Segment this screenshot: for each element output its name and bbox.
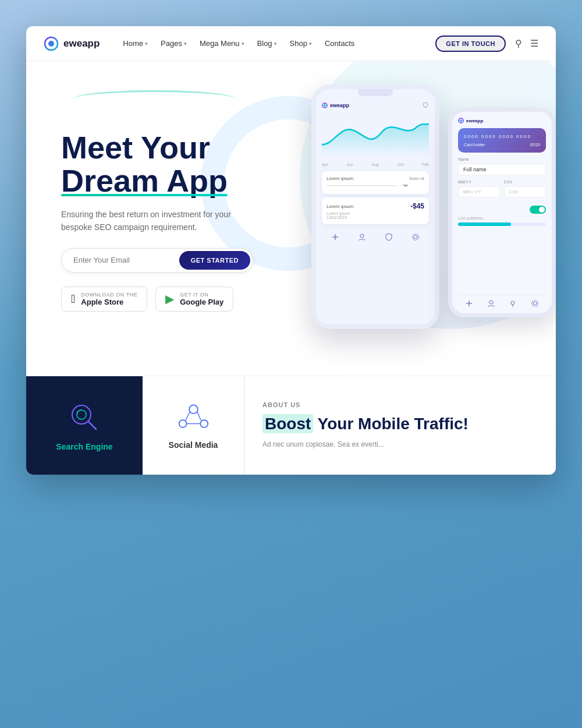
notification-icon <box>422 102 429 109</box>
svg-line-29 <box>197 412 200 420</box>
get-in-touch-button[interactable]: GET IN TOUCH <box>435 36 506 52</box>
chevron-down-icon: ▾ <box>274 41 277 47</box>
name-field-label: Name <box>458 157 546 161</box>
plus-icon <box>331 233 339 241</box>
svg-point-4 <box>423 103 428 107</box>
brand-name: eweapp <box>63 38 100 50</box>
nav-pages[interactable]: Pages ▾ <box>161 39 187 48</box>
hero-title: Meet Your Dream App <box>61 131 253 197</box>
phone-screen: eweapp <box>316 96 435 324</box>
email-form: GET STARTED <box>61 248 253 273</box>
phone-mockups: eweapp <box>288 73 556 364</box>
nav-links: Home ▾ Pages ▾ Mega Menu ▾ Blog ▾ Shop ▾… <box>123 39 435 48</box>
settings-icon-2 <box>531 299 539 308</box>
plus-icon-2 <box>465 299 473 308</box>
logo-icon <box>44 36 59 51</box>
svg-point-25 <box>189 405 198 414</box>
search-icon[interactable]: ⚲ <box>515 38 522 49</box>
nav-contacts[interactable]: Contacts <box>325 39 354 48</box>
social-media-card: Social Media <box>143 376 244 475</box>
logo[interactable]: eweapp <box>44 36 100 51</box>
phone-main: eweapp <box>311 84 439 329</box>
svg-point-1 <box>48 41 54 47</box>
svg-rect-6 <box>327 185 396 186</box>
about-us-tag: ABOUT US <box>262 401 538 408</box>
hero-content: Meet Your Dream App Ensuring the best re… <box>61 131 253 311</box>
nav-mega-menu[interactable]: Mega Menu ▾ <box>200 39 244 48</box>
user-icon <box>358 233 366 241</box>
svg-point-10 <box>360 234 364 238</box>
play-icon: ▶ <box>165 292 174 306</box>
cvv-field-label: CVV <box>504 180 546 184</box>
phone-bottom-nav <box>322 228 429 243</box>
dropdown-icon <box>327 183 408 188</box>
phone-card-2: Lorem ipsum -$45 Lorem ipsum 13/02/2019 <box>322 197 429 224</box>
svg-point-12 <box>413 234 419 241</box>
svg-point-14 <box>460 119 462 122</box>
svg-line-28 <box>185 412 189 420</box>
social-media-illustration <box>178 401 210 433</box>
about-title: Boost Your Mobile Traffic! <box>262 414 538 434</box>
teal-swoosh-decoration <box>73 90 236 108</box>
email-input[interactable] <box>73 256 179 264</box>
nav-blog[interactable]: Blog ▾ <box>257 39 277 48</box>
nav-icons: ⚲ ☰ <box>515 38 538 49</box>
about-description: Ad nec unum copiosae. Sea ex everti... <box>262 439 538 450</box>
search-engine-card: Search Engine <box>26 376 143 475</box>
svg-point-27 <box>200 420 208 427</box>
progress-bar <box>458 222 546 226</box>
get-started-button[interactable]: GET STARTED <box>179 251 250 270</box>
nav-home[interactable]: Home ▾ <box>123 39 148 48</box>
phone-secondary: eweapp 0000 0000 0000 0000 Card holder 0… <box>448 108 556 317</box>
phone-card-1: Lorem ipsum Dolor sit <box>322 171 429 194</box>
google-play-button[interactable]: ▶ GET IT ON Google Play <box>155 287 233 312</box>
boost-highlight: Boost <box>262 414 313 434</box>
phone-logo: eweapp <box>322 103 349 108</box>
store-buttons:  DOWNLOAD ON THE Apple Store ▶ GET IT O… <box>61 287 253 312</box>
search-engine-illustration <box>67 400 102 435</box>
svg-point-18 <box>511 301 514 305</box>
phone2-logo: eweapp <box>458 118 546 123</box>
svg-point-11 <box>414 235 417 239</box>
location-icon <box>509 299 517 308</box>
expiry-field-label: MM/YY <box>458 180 501 184</box>
chevron-down-icon: ▾ <box>145 41 148 47</box>
svg-point-21 <box>532 301 538 307</box>
hero-section: Meet Your Dream App Ensuring the best re… <box>26 61 556 376</box>
shield-icon <box>385 233 393 241</box>
google-play-text: GET IT ON Google Play <box>180 292 223 306</box>
svg-point-3 <box>324 104 326 107</box>
svg-point-17 <box>489 301 493 304</box>
chevron-down-icon: ▾ <box>309 41 312 47</box>
phone2-bottom-nav <box>458 295 546 308</box>
phone-chart <box>322 112 429 159</box>
search-engine-label: Search Engine <box>56 442 112 451</box>
credit-card: 0000 0000 0000 0000 Card holder 05/20 <box>458 128 546 153</box>
chevron-down-icon: ▾ <box>184 41 187 47</box>
settings-icon <box>411 233 420 241</box>
hero-subtitle: Ensuring the best return on investment f… <box>61 208 253 234</box>
phone-date-labels: Apr Jun Aug Oct Feb <box>322 162 429 167</box>
svg-point-26 <box>179 420 186 427</box>
apple-icon:  <box>71 292 75 306</box>
svg-marker-7 <box>402 185 408 187</box>
phone-notch <box>358 89 393 96</box>
social-media-label: Social Media <box>169 440 218 450</box>
name-field-value: Full name <box>458 164 546 175</box>
apple-store-button[interactable]:  DOWNLOAD ON THE Apple Store <box>61 287 147 312</box>
toggle-switch <box>458 206 546 214</box>
navbar: eweapp Home ▾ Pages ▾ Mega Menu ▾ Blog ▾… <box>26 26 556 61</box>
apple-store-text: DOWNLOAD ON THE Apple Store <box>81 292 137 306</box>
svg-point-20 <box>533 302 537 305</box>
bottom-section: Search Engine Social Media ABOUT US Boos… <box>26 376 556 475</box>
browser-window: eweapp Home ▾ Pages ▾ Mega Menu ▾ Blog ▾… <box>26 26 556 475</box>
user-icon-2 <box>487 299 495 308</box>
svg-line-23 <box>88 421 96 429</box>
nav-shop[interactable]: Shop ▾ <box>290 39 312 48</box>
about-section: ABOUT US Boost Your Mobile Traffic! Ad n… <box>244 376 556 475</box>
chevron-down-icon: ▾ <box>242 41 244 47</box>
hamburger-menu-icon[interactable]: ☰ <box>530 38 538 49</box>
